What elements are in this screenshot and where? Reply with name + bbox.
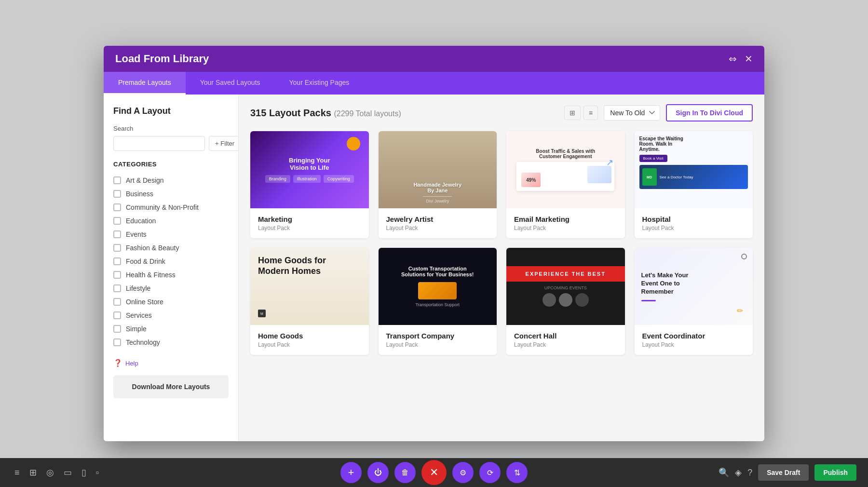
download-more-title: Download More Layouts <box>121 383 221 391</box>
card-info-home-goods: Home Goods Layout Pack <box>250 325 369 355</box>
category-item-simple[interactable]: Simple <box>113 322 229 336</box>
card-jewelry-artist[interactable]: Handmade JewelryBy Jane Divi Jewelry Jew… <box>379 131 497 238</box>
category-item-services[interactable]: Services <box>113 309 229 322</box>
tablet-icon[interactable]: ▯ <box>79 464 89 481</box>
card-email-marketing[interactable]: Boost Traffic & Sales withCustomer Engag… <box>506 131 625 238</box>
resize-button[interactable]: ⇔ <box>729 53 737 65</box>
grid-icon[interactable]: ⊞ <box>27 464 40 481</box>
card-info-email-marketing: Email Marketing Layout Pack <box>506 208 625 238</box>
tab-existing-pages[interactable]: Your Existing Pages <box>275 72 364 95</box>
category-name-services: Services <box>126 311 152 319</box>
card-type-concert-hall: Layout Pack <box>514 341 617 348</box>
category-item-art-design[interactable]: Art & Design <box>113 174 229 187</box>
responsive-button[interactable]: ⇅ <box>506 462 528 483</box>
tab-bar: Premade Layouts Your Saved Layouts Your … <box>104 72 764 95</box>
category-name-events: Events <box>126 230 147 238</box>
category-checkbox-lifestyle[interactable] <box>113 284 121 292</box>
trash-button[interactable]: 🗑 <box>394 462 416 483</box>
modal-header: Load From Library ⇔ ✕ <box>104 46 764 72</box>
category-checkbox-online-store[interactable] <box>113 298 121 306</box>
categories-list: Art & DesignBusinessCommunity & Non-Prof… <box>113 174 229 349</box>
cards-grid: Bringing YourVision to Life Branding Ill… <box>250 131 753 355</box>
category-checkbox-technology[interactable] <box>113 338 121 346</box>
list-view-button[interactable]: ≡ <box>583 106 598 120</box>
filter-button[interactable]: + Filter <box>209 136 239 151</box>
hamburger-icon[interactable]: ≡ <box>12 465 23 481</box>
publish-button[interactable]: Publish <box>814 464 856 481</box>
category-checkbox-art-design[interactable] <box>113 176 121 184</box>
card-event-coordinator[interactable]: Let's Make YourEvent One toRemember ✏ Ev… <box>635 248 753 355</box>
category-item-education[interactable]: Education <box>113 214 229 228</box>
category-item-technology[interactable]: Technology <box>113 336 229 349</box>
category-item-events[interactable]: Events <box>113 228 229 241</box>
card-hospital[interactable]: Escape the WaitingRoom. Walk InAnytime. … <box>635 131 753 238</box>
tab-saved-layouts[interactable]: Your Saved Layouts <box>186 72 275 95</box>
category-checkbox-events[interactable] <box>113 230 121 238</box>
modal-body: Find A Layout Search + Filter Categories… <box>104 95 764 441</box>
layers-icon[interactable]: ◈ <box>735 467 742 478</box>
toolbar-left: ≡ ⊞ ◎ ▭ ▯ ▫ <box>12 464 102 481</box>
category-item-lifestyle[interactable]: Lifestyle <box>113 282 229 295</box>
card-type-home-goods: Layout Pack <box>258 341 361 348</box>
card-concert-hall[interactable]: EXPERIENCE THE BEST UPCOMING EVENTS Conc… <box>506 248 625 355</box>
category-checkbox-simple[interactable] <box>113 325 121 333</box>
close-x-button[interactable]: ✕ <box>421 460 447 485</box>
card-type-marketing: Layout Pack <box>258 225 361 231</box>
toolbar-center: + ⏻ 🗑 ✕ ⚙ ⟳ ⇅ <box>340 460 528 485</box>
search-row: + Filter <box>113 136 229 151</box>
category-checkbox-education[interactable] <box>113 217 121 225</box>
grid-view-button[interactable]: ⊞ <box>564 106 581 120</box>
card-marketing[interactable]: Bringing YourVision to Life Branding Ill… <box>250 131 369 238</box>
card-image-transport-company: Custom TransportationSolutions for Your … <box>379 248 497 325</box>
search-toolbar-icon[interactable]: 🔍 <box>719 467 729 478</box>
layout-count: 315 Layout Packs (2299 Total layouts) <box>250 108 401 119</box>
help-link[interactable]: ❓ Help <box>113 359 229 367</box>
category-item-community[interactable]: Community & Non-Profit <box>113 201 229 214</box>
card-home-goods[interactable]: Home Goods forModern Homes M Home Goods … <box>250 248 369 355</box>
tab-premade-layouts[interactable]: Premade Layouts <box>104 72 186 95</box>
help-icon: ❓ <box>113 359 122 367</box>
card-name-event-coordinator: Event Coordinator <box>642 332 746 340</box>
category-name-technology: Technology <box>126 338 160 346</box>
card-image-hospital: Escape the WaitingRoom. Walk InAnytime. … <box>635 131 753 208</box>
mobile-icon[interactable]: ▫ <box>93 465 102 481</box>
search-label: Search <box>113 125 229 132</box>
download-more-section: Download More Layouts <box>113 375 229 398</box>
close-button[interactable]: ✕ <box>745 53 753 65</box>
history-button[interactable]: ⟳ <box>479 462 501 483</box>
card-image-marketing: Bringing YourVision to Life Branding Ill… <box>250 131 369 208</box>
category-name-education: Education <box>126 217 156 225</box>
modal: Load From Library ⇔ ✕ Premade Layouts Yo… <box>104 46 764 441</box>
category-item-food-drink[interactable]: Food & Drink <box>113 255 229 268</box>
category-item-business[interactable]: Business <box>113 187 229 201</box>
sidebar: Find A Layout Search + Filter Categories… <box>104 95 239 441</box>
save-draft-button[interactable]: Save Draft <box>758 464 809 481</box>
category-item-fashion-beauty[interactable]: Fashion & Beauty <box>113 241 229 255</box>
category-item-online-store[interactable]: Online Store <box>113 295 229 309</box>
main-content: 315 Layout Packs (2299 Total layouts) ⊞ … <box>239 95 764 441</box>
card-name-hospital: Hospital <box>642 215 746 223</box>
category-name-simple: Simple <box>126 325 147 333</box>
category-checkbox-health-fitness[interactable] <box>113 271 121 279</box>
help-toolbar-icon[interactable]: ? <box>747 468 752 478</box>
search-input[interactable] <box>113 136 205 151</box>
sort-select[interactable]: New To OldOld To NewA to ZZ to A <box>604 105 660 121</box>
category-checkbox-fashion-beauty[interactable] <box>113 244 121 252</box>
power-button[interactable]: ⏻ <box>367 462 389 483</box>
card-type-transport-company: Layout Pack <box>386 341 489 348</box>
category-checkbox-community[interactable] <box>113 203 121 211</box>
search-icon[interactable]: ◎ <box>43 464 57 481</box>
category-item-health-fitness[interactable]: Health & Fitness <box>113 268 229 282</box>
card-transport-company[interactable]: Custom TransportationSolutions for Your … <box>379 248 497 355</box>
card-info-marketing: Marketing Layout Pack <box>250 208 369 238</box>
category-checkbox-food-drink[interactable] <box>113 257 121 265</box>
category-name-online-store: Online Store <box>126 298 163 306</box>
add-button[interactable]: + <box>340 462 362 483</box>
header-actions: ⇔ ✕ <box>729 53 753 65</box>
sign-in-button[interactable]: Sign In To Divi Cloud <box>666 104 753 122</box>
category-checkbox-services[interactable] <box>113 311 121 319</box>
settings-button[interactable]: ⚙ <box>452 462 474 483</box>
desktop-icon[interactable]: ▭ <box>61 464 75 481</box>
category-checkbox-business[interactable] <box>113 190 121 198</box>
card-name-jewelry-artist: Jewelry Artist <box>386 215 489 223</box>
